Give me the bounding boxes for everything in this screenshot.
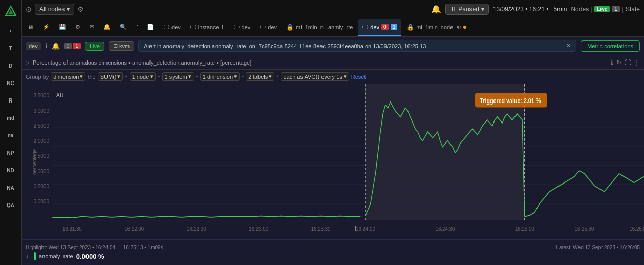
settings-icon[interactable]: ⚙ [77, 5, 84, 13]
chart-refresh-icon[interactable]: ↻ [616, 59, 621, 66]
alert-text: Alert in anomaly_detection.anomaly_rate_… [144, 43, 426, 49]
tab-gear-icon[interactable]: ⚙ [71, 19, 84, 36]
tab-lock2-icon: 🔒 [406, 24, 414, 31]
alert-banner: Alert in anomaly_detection.anomaly_rate_… [138, 40, 576, 52]
sum-select[interactable]: SUM() ▾ [98, 72, 123, 81]
sidebar-item-D[interactable]: D [3, 58, 19, 73]
tab-bolt-icon[interactable]: ⚡ [38, 19, 54, 36]
avg-label: each as AVG() every 1s [283, 74, 342, 80]
sidebar-item-NC[interactable]: NC [3, 76, 19, 90]
tab-bell-icon[interactable]: 🔔 [99, 19, 115, 36]
bell-tab-icon: 🔔 [103, 24, 111, 30]
collapse-icon[interactable]: ↓ [26, 253, 29, 260]
tab-integral-icon[interactable]: ∫ [132, 19, 142, 36]
labels-label: 2 labels [248, 74, 268, 80]
y-tick-00: 0.0000 [33, 199, 49, 205]
svg-text:i: i [355, 225, 356, 232]
sidebar-item-ND[interactable]: ND [3, 163, 19, 177]
system-select[interactable]: 1 system ▾ [162, 72, 194, 81]
sidebar-item-NP[interactable]: NP [3, 146, 19, 160]
sidebar-item-QA[interactable]: QA [3, 198, 19, 212]
tab-dev3[interactable]: 🖵 dev [255, 19, 281, 36]
bolt-icon: ⚡ [42, 24, 50, 30]
topbar-right: 🔔 ⏸ Paused ▾ 13/09/2023 • 16:21 • 5min N… [431, 4, 640, 15]
tab-doc-icon[interactable]: 📄 [143, 19, 158, 36]
doc-icon: 📄 [147, 24, 154, 30]
tab-dev4-active[interactable]: 🖵 dev 0 1 [358, 19, 401, 36]
tab-dev4-label: dev [370, 24, 379, 30]
tab-dev1[interactable]: 🖵 dev [159, 19, 185, 36]
tab-dev3-label: dev [268, 24, 277, 30]
metric-color-bar [34, 252, 36, 260]
node-select[interactable]: 1 node ▾ [130, 72, 156, 81]
reset-button[interactable]: Reset [351, 74, 366, 80]
tab-screen-icon: 🖵 [163, 24, 169, 31]
bell-icon[interactable]: 🔔 [431, 4, 441, 14]
gear-icon: ⚙ [75, 24, 80, 30]
tab-search-icon[interactable]: 🔍 [116, 19, 131, 36]
info-icon[interactable]: ℹ [45, 42, 48, 50]
tab-instance1-label: instance-1 [198, 24, 224, 30]
alert-close-icon[interactable]: ✕ [566, 43, 571, 49]
y-tick-20: 2.0000 [33, 139, 49, 144]
live-button[interactable]: Live [85, 42, 104, 51]
avg-select[interactable]: each as AVG() every 1s ▾ [281, 72, 349, 81]
chart-info-icon[interactable]: ℹ [611, 59, 613, 66]
the-label: the [88, 74, 95, 80]
chart-svg: AR Triggered value: 2.01 % 16:21:30 16:2… [52, 84, 644, 239]
svg-text:16:25:30: 16:25:30 [575, 225, 594, 232]
expand-icon[interactable]: ▷ [26, 59, 30, 65]
metric-correlations-button[interactable]: Metric correlations [581, 40, 640, 52]
time-display: 13/09/2023 • 16:21 • 5min [493, 6, 567, 13]
tab-ml1[interactable]: 🔒 ml_1min_n...anmly_rte [282, 19, 357, 36]
chart-area: ▷ Percentage of anomalous dimensions • a… [22, 55, 644, 265]
tab-mail-icon[interactable]: ✉ [85, 19, 98, 36]
dimension-select[interactable]: dimension ▾ [51, 72, 85, 81]
tab-screen5-icon: 🖵 [362, 24, 368, 31]
y-axis-label: percentage [32, 149, 37, 174]
kvm-button[interactable]: ⊡ kvm [109, 41, 134, 51]
all-nodes-button[interactable]: All nodes ▾ [35, 4, 74, 15]
highlight-text: Highlight: Wed 13 Sept 2023 • 16:24:04 —… [26, 244, 163, 250]
tab-dev4-badge-red: 0 [381, 24, 389, 30]
sidebar-collapse[interactable]: › [3, 24, 19, 38]
tabbar: 🖥 ⚡ 💾 ⚙ ✉ 🔔 🔍 ∫ 📄 🖵 dev 🖵 instance-1 🖵 d… [22, 18, 644, 37]
chart-menu-icon[interactable]: ⋮ [634, 59, 640, 66]
system-label: 1 system [165, 74, 187, 80]
tab-instance1[interactable]: 🖵 instance-1 [186, 19, 228, 36]
latest-text: Latest: Wed 13 Sept 2023 • 16:26:05 [556, 244, 640, 250]
storage-icon: 💾 [59, 24, 66, 30]
tab-storage-icon[interactable]: 💾 [55, 19, 70, 36]
sidebar-item-T[interactable]: T [3, 41, 19, 55]
notif-zero: 0 [64, 43, 72, 49]
dimension-count-select[interactable]: 1 dimension ▾ [200, 72, 240, 81]
paused-button[interactable]: ⏸ Paused ▾ [445, 4, 489, 15]
sidebar-item-R[interactable]: R [3, 93, 19, 108]
svg-text:16:26:00: 16:26:00 [629, 225, 644, 232]
sidebar-item-na[interactable]: na [3, 128, 19, 142]
tab-dev2[interactable]: 🖵 dev [229, 19, 255, 36]
sum-chevron: ▾ [117, 73, 120, 80]
sidebar: › T D NC R md na NP ND NA QA [0, 0, 22, 265]
sidebar-item-md[interactable]: md [3, 111, 19, 125]
tab-ml1-label: ml_1min_n...anmly_rte [296, 24, 353, 30]
tab-ml2[interactable]: 🔒 ml_1min_node_ar [402, 19, 470, 36]
logo-icon [4, 4, 18, 18]
dimension-count-label: 1 dimension [203, 74, 233, 80]
paused-chevron: ▾ [481, 6, 484, 13]
chart-header-icons: ℹ ↻ ⛶ ⋮ [611, 59, 640, 66]
labels-chevron: ▾ [269, 73, 272, 80]
group-by-label: Group by [26, 74, 49, 80]
system-chevron: ▾ [188, 73, 191, 80]
bell-ctrl-icon[interactable]: 🔔 [52, 42, 60, 50]
svg-text:16:22:00: 16:22:00 [124, 225, 144, 232]
chart-canvas: percentage 3.5000 3.0000 2.5000 2.0000 1… [22, 84, 644, 239]
paused-label: Paused [458, 6, 479, 13]
kvm-label: kvm [119, 43, 130, 49]
chart-fullscreen-icon[interactable]: ⛶ [625, 59, 631, 66]
labels-select[interactable]: 2 labels ▾ [246, 72, 274, 81]
sidebar-item-NA[interactable]: NA [3, 180, 19, 195]
tab-monitor-icon[interactable]: 🖥 [24, 19, 37, 36]
chart-header: ▷ Percentage of anomalous dimensions • a… [22, 55, 644, 70]
tab-dev1-label: dev [171, 24, 181, 30]
